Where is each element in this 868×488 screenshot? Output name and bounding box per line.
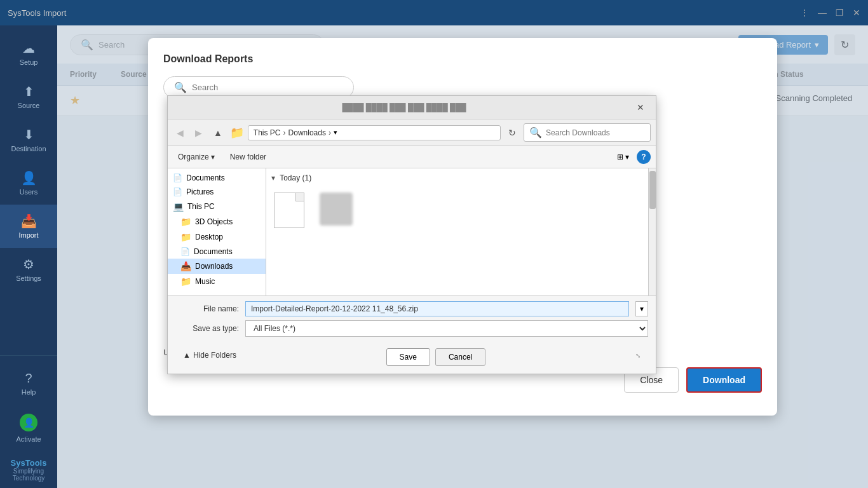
sidebar-item-label-destination: Destination — [11, 145, 46, 152]
sidebar-item-users[interactable]: 👤 Users — [0, 161, 57, 205]
minimize-icon[interactable]: — — [818, 8, 827, 18]
file-content-area[interactable]: ▾ Today (1) — [266, 168, 648, 295]
filename-dropdown-button[interactable]: ▾ — [635, 301, 648, 316]
sidebar-item-source[interactable]: ⬆ Source — [0, 75, 57, 118]
folder-3d-icon: 📁 — [180, 217, 191, 227]
sidebar-item-activate[interactable]: 👤 Activate — [0, 405, 57, 452]
close-icon[interactable]: ✕ — [853, 8, 860, 18]
filename-input[interactable] — [245, 301, 629, 316]
save-button[interactable]: Save — [386, 348, 430, 366]
sidebar-item-label-import: Import — [18, 231, 38, 239]
file-dialog-close-button[interactable]: ✕ — [633, 101, 648, 114]
file-item-1[interactable] — [271, 190, 307, 234]
folder-downloads-icon: 📥 — [180, 261, 191, 271]
sidebar-item-setup[interactable]: ☁ Setup — [0, 32, 57, 75]
saveas-select[interactable]: All Files (*.*) — [245, 320, 648, 337]
hide-folders-arrow: ▲ — [183, 351, 191, 360]
tree-item-pictures[interactable]: 📄 Pictures — [168, 185, 266, 199]
saveas-row: Save as type: All Files (*.*) — [175, 320, 648, 337]
breadcrumb-bar[interactable]: This PC › Downloads › ▾ — [248, 125, 501, 140]
tree-item-3d-objects[interactable]: 📁 3D Objects — [168, 214, 266, 229]
tree-item-desktop[interactable]: 📁 Desktop — [168, 229, 266, 245]
modal-overlay: Download Reports 🔍 ████ ████ ███ ███ ███… — [57, 25, 868, 488]
sidebar-item-label-users: Users — [20, 188, 38, 196]
file-dialog-nav: ◀ ▶ ▲ 📁 This PC › Downloads › ▾ ↻ — [168, 119, 656, 146]
folder-music-icon: 📁 — [180, 276, 191, 287]
pc-icon: 💻 — [173, 201, 184, 212]
title-bar: SysTools Import ⋮ — ❐ ✕ — [0, 0, 868, 25]
title-bar-controls[interactable]: ⋮ — ❐ ✕ — [800, 8, 860, 18]
today-label: Today (1) — [280, 173, 311, 182]
search-downloads-input[interactable] — [546, 128, 645, 137]
refresh-nav-button[interactable]: ↻ — [505, 126, 520, 140]
search-downloads-icon: 🔍 — [529, 126, 542, 139]
sidebar-item-label-setup: Setup — [20, 58, 38, 66]
back-button[interactable]: ◀ — [173, 126, 187, 140]
cancel-button[interactable]: Cancel — [435, 348, 485, 366]
sidebar-item-import[interactable]: 📥 Import — [0, 205, 57, 248]
app-title: SysTools Import — [8, 8, 800, 18]
brand-tagline: Simplifying Technology — [6, 468, 51, 482]
download-reports-modal: Download Reports 🔍 ████ ████ ███ ███ ███… — [148, 38, 777, 416]
systools-brand: SysTools Simplifying Technology — [0, 452, 57, 488]
breadcrumb-arrow-2: › — [329, 128, 331, 137]
destination-icon: ⬇ — [24, 127, 34, 142]
sidebar-activate-label: Activate — [16, 435, 41, 443]
up-button[interactable]: ▲ — [210, 126, 226, 140]
more-icon[interactable]: ⋮ — [800, 8, 809, 18]
forward-button[interactable]: ▶ — [191, 126, 206, 140]
saveas-label: Save as type: — [175, 324, 239, 333]
main-content: 🔍 Download Report ▾ ↻ Priority Source De… — [57, 25, 868, 488]
tree-item-documents[interactable]: 📄 Documents — [168, 245, 266, 259]
tree-item-downloads[interactable]: 📥 Downloads — [168, 259, 266, 274]
filename-label: File name: — [175, 304, 239, 313]
cloud-icon: ☁ — [22, 41, 35, 56]
search-downloads[interactable]: 🔍 — [524, 123, 651, 142]
activate-circle: 👤 — [20, 414, 37, 431]
organize-label: Organize — [178, 152, 209, 161]
help-circle-button[interactable]: ? — [637, 150, 651, 164]
folder-nav-icon: 📁 — [230, 126, 244, 140]
modal-download-button[interactable]: Download — [686, 367, 762, 393]
view-dropdown-icon: ▾ — [625, 152, 629, 161]
file-dialog-toolbar: Organize ▾ New folder ⊞ ▾ ? — [168, 146, 656, 168]
sidebar-item-settings[interactable]: ⚙ Settings — [0, 248, 57, 291]
breadcrumb-this-pc[interactable]: This PC — [254, 128, 281, 137]
file-items — [271, 187, 643, 237]
sidebar-item-help[interactable]: ? Help — [0, 362, 57, 405]
modal-search-input[interactable] — [192, 83, 343, 92]
doc-icon: 📄 — [173, 173, 182, 182]
tree-item-documents-top[interactable]: 📄 Documents — [168, 171, 266, 185]
organize-button[interactable]: Organize ▾ — [173, 150, 220, 164]
resize-handle[interactable]: ⤡ — [635, 352, 641, 359]
sidebar-item-destination[interactable]: ⬇ Destination — [0, 118, 57, 161]
file-tree[interactable]: 📄 Documents 📄 Pictures 💻 This PC — [168, 168, 266, 295]
tree-label-pictures: Pictures — [186, 187, 214, 196]
scrollbar-right[interactable] — [648, 168, 656, 295]
tree-item-music[interactable]: 📁 Music — [168, 274, 266, 289]
tree-label-downloads: Downloads — [195, 262, 233, 271]
file-icon-1 — [274, 193, 304, 228]
footer-actions: Save Cancel — [386, 348, 486, 366]
maximize-icon[interactable]: ❐ — [836, 8, 844, 18]
file-dialog-footer: File name: ▾ Save as type: All Files (*.… — [168, 295, 656, 374]
tree-label-this-pc: This PC — [187, 202, 215, 211]
scrollbar-thumb[interactable] — [649, 171, 656, 209]
file-item-2[interactable] — [317, 190, 355, 234]
tree-label-3d-objects: 3D Objects — [195, 217, 233, 226]
view-button[interactable]: ⊞ ▾ — [614, 150, 632, 164]
users-icon: 👤 — [21, 170, 37, 186]
sidebar-item-label-source: Source — [18, 102, 40, 109]
breadcrumb-downloads[interactable]: Downloads — [288, 128, 326, 137]
folder-desktop-icon: 📁 — [180, 232, 191, 242]
pic-icon: 📄 — [173, 187, 182, 196]
new-folder-button[interactable]: New folder — [225, 150, 271, 164]
new-folder-label: New folder — [230, 152, 266, 161]
file-dialog-title-text: ████ ████ ███ ███ ████ ███ — [175, 103, 633, 112]
tree-item-this-pc[interactable]: 💻 This PC — [168, 199, 266, 214]
hide-folders-toggle[interactable]: ▲ Hide Folders — [183, 351, 236, 360]
source-icon: ⬆ — [24, 84, 34, 99]
sidebar: ☁ Setup ⬆ Source ⬇ Destination 👤 Users 📥… — [0, 25, 57, 488]
file-dialog-body: 📄 Documents 📄 Pictures 💻 This PC — [168, 168, 656, 295]
breadcrumb-dropdown[interactable]: ▾ — [334, 128, 337, 137]
